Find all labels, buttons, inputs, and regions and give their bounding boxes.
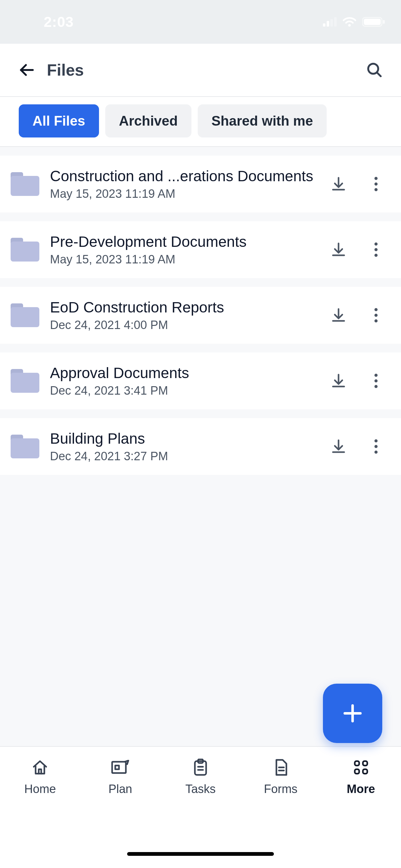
arrow-left-icon bbox=[18, 61, 35, 79]
svg-point-10 bbox=[374, 183, 377, 186]
status-time: 2:03 bbox=[44, 13, 74, 30]
filter-tab-shared-with-me[interactable]: Shared with me bbox=[198, 104, 327, 137]
folder-icon bbox=[9, 435, 41, 458]
more-vertical-icon bbox=[374, 438, 378, 455]
svg-point-4 bbox=[348, 24, 351, 27]
page-title: Files bbox=[47, 61, 84, 80]
file-name: EoD Construction Reports bbox=[50, 299, 323, 316]
filter-tab-archived[interactable]: Archived bbox=[105, 104, 192, 137]
file-name: Construction and ...erations Documents bbox=[50, 167, 323, 185]
file-name: Pre-Development Documents bbox=[50, 233, 323, 250]
folder-icon bbox=[9, 303, 41, 327]
more-options-button[interactable] bbox=[367, 175, 386, 193]
nav-item-plan[interactable]: Plan bbox=[89, 758, 152, 796]
file-row[interactable]: EoD Construction ReportsDec 24, 2021 4:0… bbox=[0, 287, 401, 344]
svg-point-14 bbox=[374, 254, 377, 257]
more-vertical-icon bbox=[374, 176, 378, 192]
download-icon bbox=[330, 373, 347, 389]
more-options-button[interactable] bbox=[367, 306, 386, 324]
home-indicator bbox=[127, 852, 274, 856]
more-vertical-icon bbox=[374, 242, 378, 258]
download-icon bbox=[330, 176, 347, 192]
app-bar: Files bbox=[0, 44, 401, 97]
file-date: Dec 24, 2021 3:27 PM bbox=[50, 450, 323, 463]
folder-icon bbox=[9, 238, 41, 261]
svg-point-9 bbox=[374, 177, 377, 180]
download-button[interactable] bbox=[329, 437, 348, 456]
svg-rect-30 bbox=[363, 769, 367, 774]
svg-point-18 bbox=[374, 374, 377, 377]
svg-rect-0 bbox=[323, 24, 326, 27]
svg-point-17 bbox=[374, 319, 377, 322]
svg-point-23 bbox=[374, 451, 377, 454]
svg-rect-7 bbox=[383, 20, 385, 24]
nav-label: More bbox=[347, 782, 375, 796]
download-button[interactable] bbox=[329, 306, 348, 324]
svg-rect-6 bbox=[364, 19, 381, 25]
folder-icon bbox=[9, 172, 41, 196]
svg-point-12 bbox=[374, 243, 377, 246]
svg-point-15 bbox=[374, 308, 377, 311]
filter-tab-label: All Files bbox=[32, 113, 85, 128]
svg-rect-28 bbox=[363, 761, 367, 766]
file-date: Dec 24, 2021 3:41 PM bbox=[50, 384, 323, 398]
file-name: Approval Documents bbox=[50, 364, 323, 381]
bottom-nav: HomePlanTasksFormsMore bbox=[0, 746, 401, 840]
svg-point-16 bbox=[374, 314, 377, 317]
file-row[interactable]: Construction and ...erations DocumentsMa… bbox=[0, 156, 401, 213]
svg-rect-27 bbox=[355, 761, 359, 766]
svg-rect-3 bbox=[334, 17, 337, 27]
file-row[interactable]: Building PlansDec 24, 2021 3:27 PM bbox=[0, 418, 401, 475]
download-button[interactable] bbox=[329, 372, 348, 390]
file-list: Construction and ...erations DocumentsMa… bbox=[0, 147, 401, 746]
nav-item-home[interactable]: Home bbox=[9, 758, 71, 796]
folder-icon bbox=[9, 369, 41, 393]
status-bar: 2:03 bbox=[0, 0, 401, 44]
svg-point-19 bbox=[374, 379, 377, 382]
file-name: Building Plans bbox=[50, 430, 323, 447]
file-row[interactable]: Approval DocumentsDec 24, 2021 3:41 PM bbox=[0, 352, 401, 409]
status-icons bbox=[323, 17, 386, 27]
more-icon bbox=[352, 758, 370, 777]
svg-rect-1 bbox=[327, 21, 329, 27]
download-icon bbox=[330, 242, 347, 258]
nav-item-forms[interactable]: Forms bbox=[249, 758, 312, 796]
filter-tab-label: Shared with me bbox=[211, 113, 313, 128]
svg-point-22 bbox=[374, 445, 377, 448]
cellular-icon bbox=[323, 17, 337, 27]
wifi-icon bbox=[342, 17, 357, 27]
more-options-button[interactable] bbox=[367, 437, 386, 456]
svg-point-13 bbox=[374, 248, 377, 251]
svg-rect-29 bbox=[355, 769, 359, 774]
download-button[interactable] bbox=[329, 175, 348, 193]
plan-icon bbox=[111, 758, 130, 777]
file-date: May 15, 2023 11:19 AM bbox=[50, 253, 323, 266]
more-vertical-icon bbox=[374, 373, 378, 389]
file-date: Dec 24, 2021 4:00 PM bbox=[50, 318, 323, 332]
file-date: May 15, 2023 11:19 AM bbox=[50, 187, 323, 200]
nav-label: Forms bbox=[264, 782, 298, 796]
add-button[interactable] bbox=[323, 684, 382, 743]
file-row[interactable]: Pre-Development DocumentsMay 15, 2023 11… bbox=[0, 221, 401, 278]
home-indicator-area bbox=[0, 840, 401, 868]
nav-item-tasks[interactable]: Tasks bbox=[169, 758, 232, 796]
svg-point-21 bbox=[374, 439, 377, 442]
search-button[interactable] bbox=[364, 59, 386, 81]
more-options-button[interactable] bbox=[367, 372, 386, 390]
back-button[interactable] bbox=[15, 59, 37, 81]
download-button[interactable] bbox=[329, 240, 348, 259]
tasks-icon bbox=[191, 758, 210, 777]
more-vertical-icon bbox=[374, 307, 378, 323]
nav-label: Plan bbox=[108, 782, 132, 796]
filter-tab-label: Archived bbox=[119, 113, 178, 128]
nav-label: Tasks bbox=[185, 782, 215, 796]
search-icon bbox=[366, 61, 383, 79]
nav-label: Home bbox=[24, 782, 56, 796]
filter-tab-all-files[interactable]: All Files bbox=[19, 104, 99, 137]
download-icon bbox=[330, 438, 347, 455]
nav-item-more[interactable]: More bbox=[330, 758, 392, 796]
svg-point-20 bbox=[374, 385, 377, 388]
plus-icon bbox=[342, 703, 364, 724]
svg-rect-2 bbox=[330, 19, 333, 27]
more-options-button[interactable] bbox=[367, 240, 386, 259]
